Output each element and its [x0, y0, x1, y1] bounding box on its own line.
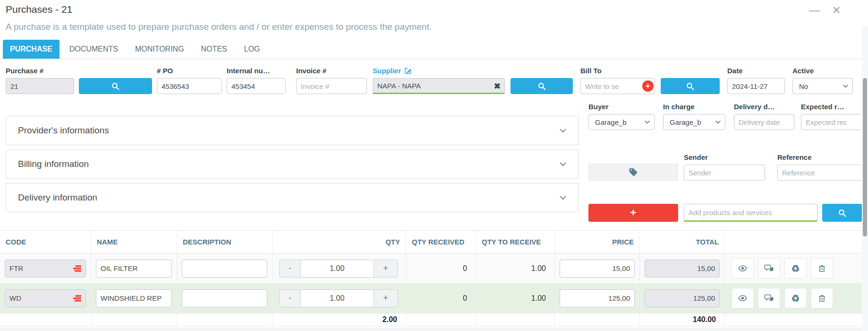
section-title: Delivery information — [18, 192, 97, 203]
table-footer-row: 2.00 140.00 — [0, 313, 868, 326]
reference-input[interactable] — [777, 165, 862, 181]
scrollbar-thumb[interactable] — [863, 78, 867, 236]
eye-icon — [738, 293, 748, 303]
buyer-select[interactable]: Garage_b — [588, 114, 655, 130]
active-label: Active — [792, 67, 853, 75]
qty-stepper: - + — [279, 289, 398, 307]
supplier-search-button[interactable] — [511, 78, 573, 94]
delivery-date-field: Delivery d… — [734, 103, 794, 130]
right-column: Buyer Garage_b In charge Garage_b — [588, 103, 862, 222]
comment-button[interactable] — [758, 258, 780, 279]
col-header-description: DESCRIPTION — [177, 231, 272, 253]
comment-button[interactable] — [758, 288, 780, 308]
tab-bar: PURCHASE DOCUMENTS MONITORING NOTES LOG — [0, 40, 868, 59]
section-title: Billing information — [18, 159, 89, 169]
po-number-input[interactable] — [157, 78, 222, 94]
purchase-form-row: Purchase # # PO Internal nu… Invoice # S… — [0, 67, 868, 94]
section-title: Provider's informations — [18, 125, 109, 136]
recycle-icon: ♻ — [791, 294, 800, 303]
purchases-modal: Purchases - 21 — × A purchase is a templ… — [0, 0, 868, 326]
section-providers-informations[interactable]: Provider's informations — [6, 116, 579, 145]
supplier-input[interactable] — [373, 78, 505, 94]
invoice-number-input[interactable] — [296, 78, 367, 94]
po-number-label: # PO — [157, 67, 222, 75]
search-icon — [537, 82, 546, 91]
tag-icon — [629, 167, 638, 177]
delivery-date-input[interactable] — [734, 114, 794, 130]
stock-lines-icon[interactable] — [73, 294, 82, 302]
page-title: Purchases - 21 — [6, 4, 72, 15]
expected-receipt-field: Expected r… — [801, 103, 862, 130]
delete-button[interactable] — [811, 288, 833, 308]
chevron-down-icon — [642, 120, 650, 124]
edit-supplier-icon[interactable] — [404, 67, 412, 75]
qty-input[interactable] — [301, 289, 374, 307]
products-table: CODE NAME DESCRIPTION QTY QTY RECEIVED Q… — [0, 230, 868, 326]
supplier-field: Supplier ✖ — [373, 67, 505, 94]
invoice-number-label: Invoice # — [296, 67, 367, 75]
internal-number-field: Internal nu… — [227, 67, 286, 94]
plus-icon: + — [630, 207, 637, 219]
sender-label: Sender — [684, 153, 765, 161]
total-input — [645, 260, 720, 278]
col-header-code: CODE — [0, 231, 91, 253]
tags-button[interactable] — [588, 164, 678, 181]
accordion-panels: Provider's informations Billing informat… — [6, 116, 579, 222]
chat-icon — [764, 293, 774, 303]
qty-increase-button[interactable]: + — [374, 260, 398, 278]
description-input[interactable] — [182, 260, 267, 278]
section-billing-information[interactable]: Billing information — [6, 149, 579, 179]
assignment-row: Buyer Garage_b In charge Garage_b — [588, 103, 862, 130]
invoice-number-field: Invoice # — [296, 67, 367, 94]
products-search-button[interactable] — [822, 204, 862, 222]
clear-supplier-icon[interactable]: ✖ — [494, 81, 501, 91]
price-input[interactable] — [560, 260, 635, 278]
view-button[interactable] — [732, 288, 754, 308]
col-header-actions — [725, 231, 868, 253]
col-header-price: PRICE — [555, 231, 640, 253]
col-header-qty-received: QTY RECEIVED — [406, 231, 476, 253]
add-line-button[interactable]: + — [588, 204, 678, 222]
recycle-button[interactable]: ♻ — [784, 258, 807, 279]
date-label: Date — [727, 67, 785, 75]
qty-input[interactable] — [301, 260, 374, 278]
name-input[interactable] — [96, 260, 172, 278]
tab-log[interactable]: LOG — [237, 40, 267, 59]
sender-reference-row: Sender Reference — [588, 153, 862, 181]
internal-number-input[interactable] — [227, 78, 286, 94]
delete-button[interactable] — [811, 258, 833, 279]
tab-purchase[interactable]: PURCHASE — [3, 40, 60, 59]
name-input[interactable] — [96, 289, 172, 307]
add-contact-badge[interactable]: + — [642, 80, 654, 92]
expected-receipt-input[interactable] — [801, 114, 862, 130]
section-delivery-information[interactable]: Delivery information — [6, 183, 579, 212]
sender-input[interactable] — [684, 165, 765, 181]
chat-icon — [764, 263, 774, 273]
tab-documents[interactable]: DOCUMENTS — [62, 40, 125, 59]
tab-monitoring[interactable]: MONITORING — [128, 40, 191, 59]
view-button[interactable] — [732, 258, 754, 279]
purchase-search-button[interactable] — [79, 78, 152, 94]
reference-field: Reference — [777, 153, 862, 181]
col-header-total: TOTAL — [640, 231, 725, 253]
in-charge-select[interactable]: Garage_b — [663, 114, 725, 130]
qty-decrease-button[interactable]: - — [279, 289, 301, 307]
price-input[interactable] — [560, 289, 635, 307]
active-select[interactable]: No — [792, 78, 853, 94]
tab-notes[interactable]: NOTES — [194, 40, 234, 59]
search-icon — [686, 82, 695, 91]
stock-lines-icon[interactable] — [73, 264, 82, 272]
recycle-button[interactable]: ♻ — [784, 288, 807, 308]
add-products-input[interactable] — [684, 204, 817, 222]
close-icon[interactable]: × — [832, 5, 841, 15]
bill-to-search-button[interactable] — [661, 78, 720, 94]
eye-icon — [738, 263, 748, 273]
minimize-icon[interactable]: — — [808, 5, 820, 15]
titlebar: Purchases - 21 — × — [0, 0, 868, 15]
purchase-number-input — [6, 78, 74, 94]
qty-decrease-button[interactable]: - — [279, 260, 301, 278]
date-input[interactable] — [727, 78, 785, 94]
active-select-value: No — [797, 82, 808, 90]
qty-increase-button[interactable]: + — [374, 289, 398, 307]
description-input[interactable] — [182, 289, 267, 307]
